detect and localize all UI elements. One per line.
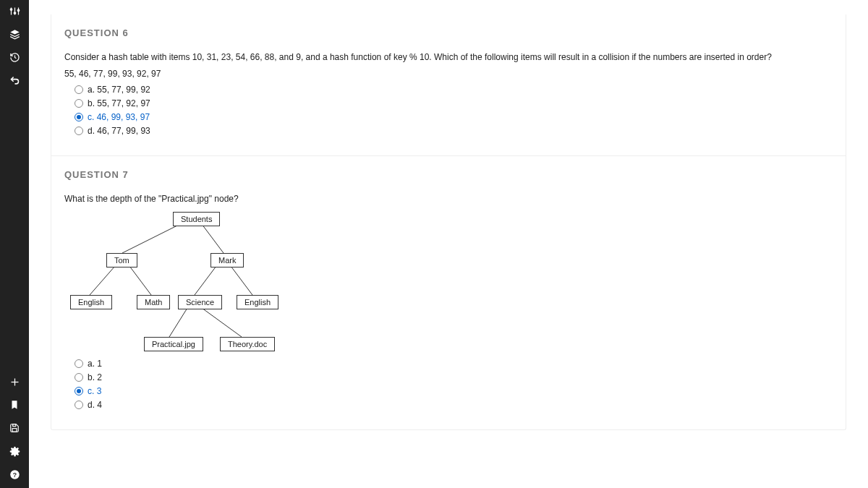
option[interactable]: b. 55, 77, 92, 97 [75, 98, 833, 108]
svg-point-5 [17, 9, 20, 12]
svg-point-3 [10, 8, 12, 10]
node-science: Science [178, 295, 222, 309]
save-icon[interactable] [8, 421, 21, 435]
option-label: d. 46, 77, 99, 93 [88, 126, 150, 136]
node-theory: Theory.doc [220, 337, 275, 351]
option[interactable]: c. 46, 99, 93, 97 [75, 112, 833, 122]
main-content: QUESTION 6 Consider a hash table with it… [36, 0, 868, 430]
undo-icon[interactable] [8, 74, 21, 87]
history-icon[interactable] [8, 51, 21, 64]
help-icon[interactable]: ? [8, 468, 21, 481]
option[interactable]: c. 3 [75, 386, 833, 396]
node-english: English [237, 295, 278, 309]
plus-icon[interactable] [8, 375, 21, 388]
question-subline: 55, 46, 77, 99, 93, 92, 97 [64, 68, 833, 80]
svg-line-17 [195, 266, 216, 295]
options-list: a. 1b. 2c. 3d. 4 [64, 359, 833, 410]
svg-line-19 [169, 308, 187, 337]
question-prompt: What is the depth of the "Practical.jpg"… [64, 193, 833, 205]
option-label: c. 46, 99, 93, 97 [88, 112, 150, 122]
tree-diagram: Students Tom Mark English Math Science E… [64, 210, 833, 355]
radio-button[interactable] [75, 113, 83, 121]
svg-point-4 [14, 12, 16, 14]
option[interactable]: d. 46, 77, 99, 93 [75, 126, 833, 136]
option-label: a. 1 [88, 359, 102, 369]
option-label: d. 4 [88, 400, 102, 410]
options-list: a. 55, 77, 99, 92b. 55, 77, 92, 97c. 46,… [64, 85, 833, 136]
option[interactable]: a. 1 [75, 359, 833, 369]
question-card: QUESTION 6 Consider a hash table with it… [51, 14, 846, 430]
node-english: English [70, 295, 112, 309]
radio-button[interactable] [75, 359, 83, 368]
option[interactable]: a. 55, 77, 99, 92 [75, 85, 833, 95]
sliders-icon[interactable] [8, 4, 21, 17]
option-label: b. 2 [88, 372, 102, 382]
question-6: QUESTION 6 Consider a hash table with it… [51, 14, 846, 155]
svg-rect-8 [12, 429, 17, 432]
question-heading: QUESTION 7 [64, 169, 833, 180]
question-7: QUESTION 7 What is the depth of the "Pra… [51, 155, 846, 430]
bookmark-icon[interactable] [8, 398, 21, 411]
node-tom: Tom [106, 253, 137, 267]
node-mark: Mark [210, 253, 244, 267]
svg-line-20 [202, 308, 242, 337]
node-practical: Practical.jpg [144, 337, 203, 351]
node-students: Students [173, 212, 220, 226]
svg-line-14 [202, 224, 224, 253]
svg-line-13 [122, 224, 180, 253]
option-label: a. 55, 77, 99, 92 [88, 85, 150, 95]
svg-line-16 [129, 266, 151, 295]
svg-text:?: ? [12, 471, 16, 478]
radio-button[interactable] [75, 127, 83, 135]
radio-button[interactable] [75, 85, 83, 94]
option[interactable]: b. 2 [75, 372, 833, 382]
sidebar: ? [0, 0, 29, 488]
svg-line-18 [231, 266, 252, 295]
question-prompt: Consider a hash table with items 10, 31,… [64, 51, 833, 64]
settings-icon[interactable] [8, 445, 21, 458]
option-label: c. 3 [88, 386, 101, 396]
option-label: b. 55, 77, 92, 97 [88, 98, 150, 108]
radio-button[interactable] [75, 373, 83, 382]
svg-rect-9 [13, 424, 16, 427]
radio-button[interactable] [75, 99, 83, 108]
radio-button[interactable] [75, 401, 83, 409]
tree-edges [64, 210, 354, 355]
svg-line-15 [90, 266, 115, 295]
option[interactable]: d. 4 [75, 400, 833, 410]
radio-button[interactable] [75, 387, 83, 395]
question-heading: QUESTION 6 [64, 27, 833, 38]
stack-icon[interactable] [8, 27, 21, 40]
node-math: Math [137, 295, 170, 309]
